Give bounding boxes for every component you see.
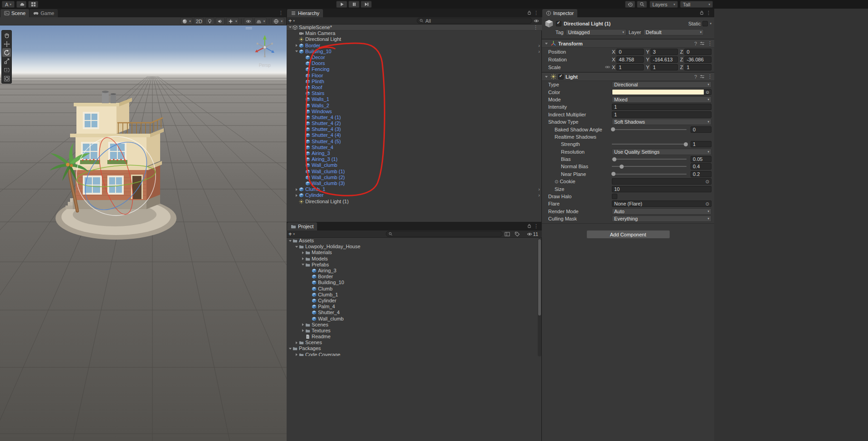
flare-object-field[interactable]: None (Flare)⊙ xyxy=(612,200,712,207)
scene-viewport[interactable]: Persp xyxy=(0,25,287,441)
tab-project[interactable]: Project xyxy=(287,222,317,231)
foldout-icon[interactable] xyxy=(300,323,305,326)
static-flags-dropdown[interactable]: ▾ xyxy=(710,22,712,25)
foldout-icon[interactable] xyxy=(300,251,305,254)
foldout-icon[interactable] xyxy=(288,348,293,350)
gameobject-name-field[interactable]: Directional Light (1) xyxy=(564,21,686,26)
foldout-icon[interactable] xyxy=(300,264,305,266)
prefab-open-arrow[interactable]: › xyxy=(538,49,540,55)
hierarchy-item[interactable]: Airing_3 xyxy=(287,150,542,156)
shadow-type-dropdown[interactable]: Soft Shadows▾ xyxy=(612,119,712,125)
near-plane-slider[interactable] xyxy=(612,174,686,175)
foldout-icon[interactable] xyxy=(544,76,549,78)
hierarchy-item[interactable]: Border › xyxy=(287,43,542,49)
culling-mask-dropdown[interactable]: Everything▾ xyxy=(612,215,712,222)
hierarchy-search-input[interactable]: All xyxy=(417,18,532,24)
scrollbar-thumb[interactable] xyxy=(538,239,541,316)
foldout-icon[interactable] xyxy=(294,188,299,191)
project-item[interactable]: Shutter_4 xyxy=(287,310,542,316)
transform-tool-button[interactable] xyxy=(2,74,11,83)
account-button[interactable]: A▾ xyxy=(2,1,15,8)
lighting-toggle[interactable] xyxy=(205,18,214,25)
lock-icon[interactable] xyxy=(699,10,704,15)
project-item[interactable]: Code Coverage xyxy=(287,352,542,356)
rotate-tool-button[interactable] xyxy=(2,48,11,57)
project-item[interactable]: Border xyxy=(287,274,542,280)
hierarchy-item[interactable]: Building_10 › xyxy=(287,49,542,55)
hierarchy-item[interactable]: Walls_2 xyxy=(287,102,542,108)
help-icon[interactable]: ? xyxy=(694,41,697,46)
resolution-dropdown[interactable]: Use Quality Settings▾ xyxy=(612,149,712,155)
play-button[interactable] xyxy=(336,1,347,8)
foldout-icon[interactable] xyxy=(544,43,549,45)
project-item[interactable]: Building_10 xyxy=(287,280,542,286)
hierarchy-item[interactable]: Wall_clumb xyxy=(287,162,542,168)
rotation-x-field[interactable]: 48.758 xyxy=(616,56,644,63)
hierarchy-item[interactable]: Shutter_4 (3) xyxy=(287,126,542,132)
position-z-field[interactable]: 0 xyxy=(684,49,712,55)
presets-icon[interactable] xyxy=(700,74,705,79)
transform-component-header[interactable]: Transform ? ⋮ xyxy=(542,39,714,48)
light-enabled-checkbox[interactable] xyxy=(558,74,564,80)
shading-mode-dropdown[interactable]: ▾ xyxy=(180,18,193,25)
perspective-label[interactable]: Persp xyxy=(247,63,282,68)
size-field[interactable]: 10 xyxy=(612,186,712,192)
baked-shadow-angle-slider[interactable] xyxy=(612,129,686,130)
hierarchy-item[interactable]: Windows xyxy=(287,109,542,115)
project-item[interactable]: Readme xyxy=(287,334,542,340)
light-component-header[interactable]: Light ? ⋮ xyxy=(542,72,714,81)
kebab-icon[interactable]: ⋮ xyxy=(533,25,538,30)
render-mode-dropdown[interactable]: Auto▾ xyxy=(612,208,712,215)
normal-bias-field[interactable]: 0.4 xyxy=(691,163,712,170)
hierarchy-item[interactable]: Wall_clumb (1) xyxy=(287,169,542,175)
baked-shadow-angle-field[interactable]: 0 xyxy=(691,126,712,133)
prefab-open-arrow[interactable]: › xyxy=(538,43,540,49)
audio-toggle[interactable] xyxy=(216,18,225,25)
project-item[interactable]: Airing_3 xyxy=(287,268,542,274)
color-picker-icon[interactable]: ⊙ xyxy=(704,90,711,95)
pause-button[interactable] xyxy=(348,1,359,8)
hierarchy-item[interactable]: Wall_clumb (3) xyxy=(287,180,542,186)
prefab-open-arrow[interactable]: › xyxy=(538,186,540,192)
hierarchy-item[interactable]: SampleScene* ⋮ xyxy=(287,25,542,30)
tab-hierarchy[interactable]: Hierarchy xyxy=(287,9,323,17)
scale-x-field[interactable]: 1 xyxy=(616,64,644,70)
object-picker-icon[interactable]: ⊙ xyxy=(704,179,709,184)
project-item[interactable]: Materials xyxy=(287,250,542,256)
scale-y-field[interactable]: 1 xyxy=(651,64,678,70)
services-button[interactable] xyxy=(28,1,38,8)
hierarchy-item[interactable]: Fencing xyxy=(287,66,542,72)
hierarchy-item[interactable]: Decor xyxy=(287,55,542,60)
cloud-button[interactable] xyxy=(16,1,26,8)
create-asset-dropdown[interactable]: +▾ xyxy=(288,232,295,236)
overlay-grip[interactable] xyxy=(246,27,252,29)
two-column-layout-icon[interactable] xyxy=(505,231,510,237)
orientation-gizmo[interactable] xyxy=(248,32,281,65)
intensity-field[interactable]: 1 xyxy=(612,104,712,110)
project-item[interactable]: Clumb_1 xyxy=(287,292,542,298)
foldout-icon[interactable] xyxy=(294,353,299,356)
layers-dropdown[interactable]: Layers▾ xyxy=(650,1,678,8)
cookie-object-field[interactable]: ⊙ xyxy=(612,178,712,185)
2d-toggle[interactable]: 2D xyxy=(194,18,204,25)
bias-field[interactable]: 0.05 xyxy=(691,156,712,162)
layout-dropdown[interactable]: Tall▾ xyxy=(680,1,713,8)
hierarchy-item[interactable]: Shutter_4 xyxy=(287,145,542,150)
foldout-icon[interactable] xyxy=(300,257,305,260)
hierarchy-item[interactable]: Walls_1 xyxy=(287,96,542,102)
hierarchy-item[interactable]: Airing_3 (1) xyxy=(287,156,542,162)
foldout-icon[interactable] xyxy=(294,341,299,344)
view-tool-button[interactable] xyxy=(2,31,11,40)
eye-icon[interactable] xyxy=(534,18,539,24)
light-type-dropdown[interactable]: Directional▾ xyxy=(612,81,712,88)
help-icon[interactable]: ? xyxy=(694,74,697,80)
light-mode-dropdown[interactable]: Mixed▾ xyxy=(612,96,712,103)
step-button[interactable] xyxy=(361,1,372,8)
global-search-button[interactable] xyxy=(637,1,647,8)
object-picker-icon[interactable]: ⊙ xyxy=(555,179,558,184)
rotation-z-field[interactable]: -36.086 xyxy=(684,56,712,63)
hierarchy-item[interactable]: Main Camera xyxy=(287,30,542,36)
hierarchy-item[interactable]: Doors xyxy=(287,60,542,66)
position-x-field[interactable]: 0 xyxy=(616,49,644,55)
scale-tool-button[interactable] xyxy=(2,57,11,65)
